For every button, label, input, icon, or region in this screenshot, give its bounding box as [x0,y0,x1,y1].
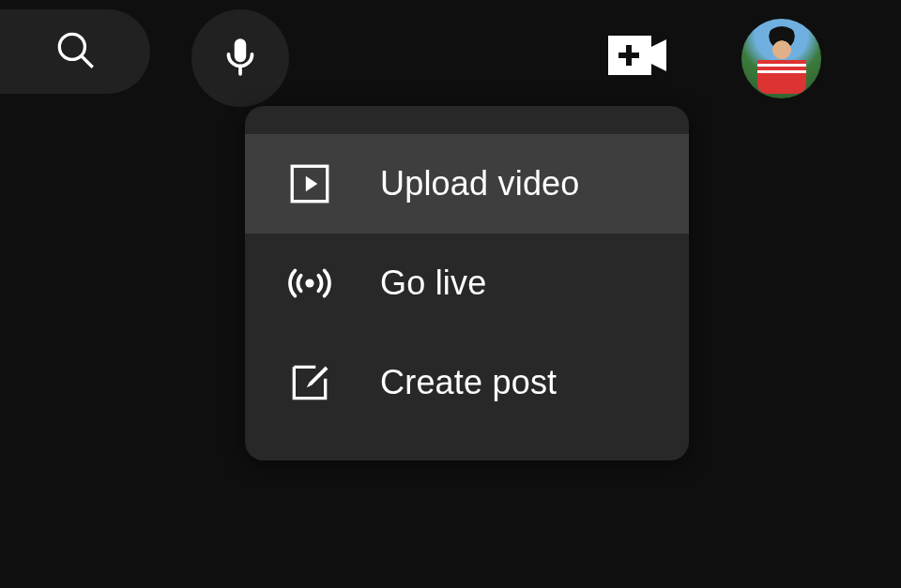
menu-item-create-post[interactable]: Create post [245,333,689,432]
svg-point-0 [59,34,84,59]
menu-item-label: Upload video [380,164,580,204]
user-avatar[interactable] [741,19,821,98]
svg-line-1 [82,56,92,67]
search-icon [52,26,99,77]
svg-rect-2 [235,38,247,62]
camera-plus-icon [608,36,666,79]
menu-item-label: Go live [380,264,486,303]
compose-icon [286,359,333,406]
search-button[interactable] [0,9,150,94]
menu-item-upload-video[interactable]: Upload video [245,134,689,234]
live-broadcast-icon [286,260,333,307]
play-box-icon [286,160,333,207]
svg-point-8 [305,279,313,287]
svg-rect-6 [618,53,639,58]
create-menu: Upload video Go live Create post [245,106,689,460]
mic-icon [217,33,264,83]
menu-item-go-live[interactable]: Go live [245,234,689,333]
menu-item-label: Create post [380,363,557,402]
create-button[interactable] [608,38,666,77]
voice-search-button[interactable] [191,9,289,107]
